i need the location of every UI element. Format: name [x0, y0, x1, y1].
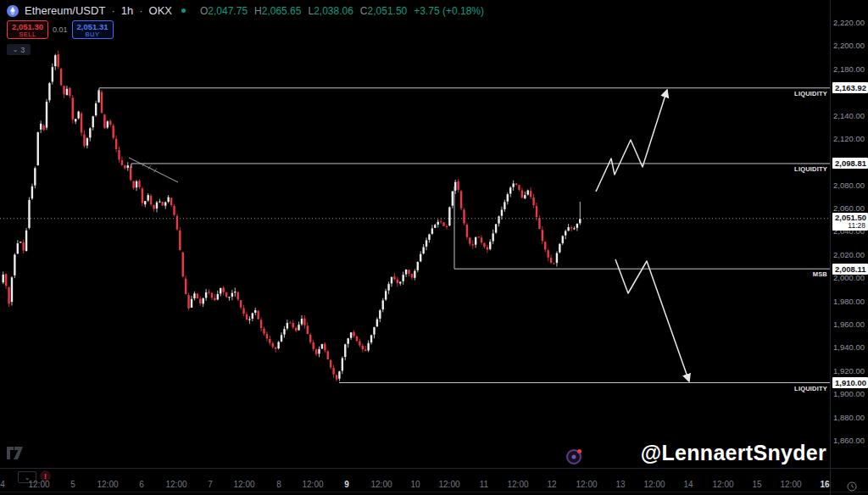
sell-button[interactable]: 2,051.30 SELL [7, 20, 48, 39]
price-tick: 2,060.00 [833, 204, 865, 213]
price-tick: 1,920.00 [833, 367, 865, 375]
time-label: 6 [139, 480, 144, 489]
ohlc-values: O2,047.75 H2,065.65 L2,038.06 C2,051.50 … [200, 5, 484, 17]
exclamation-glyph: ! [44, 472, 47, 481]
separator-dot: · [139, 4, 142, 17]
watermark-handle: @LennaertSnyder [641, 441, 826, 465]
time-label: 10 [410, 480, 420, 489]
price-tick: 1,980.00 [833, 298, 865, 306]
price-tick: 1,940.00 [833, 343, 865, 352]
time-label: 12:00 [233, 480, 254, 489]
price-tick: 1,960.00 [833, 320, 865, 329]
time-label: 13 [615, 480, 625, 489]
bearish-projection-arrow[interactable] [615, 259, 689, 381]
market-status-icon [181, 8, 186, 13]
separator-dot: · [111, 4, 114, 17]
open-value: 2,047.75 [208, 5, 248, 17]
time-label: 4 [0, 480, 5, 489]
price-tick: 1,900.00 [833, 390, 865, 398]
ethereum-icon [7, 5, 19, 17]
tradingview-app: LIQUIDITYLIQUIDITYMSBLIQUIDITY Ethereum/… [0, 0, 868, 495]
event-status-icon[interactable] [565, 446, 585, 466]
time-label: 12:00 [165, 480, 186, 489]
time-label: 12:00 [712, 480, 733, 489]
price-tick: 2,140.00 [833, 112, 865, 120]
indicators-count: 3 [20, 46, 25, 54]
indicators-collapsed-badge[interactable]: ⌄ 3 [7, 44, 31, 55]
low-value: 2,038.06 [314, 5, 353, 17]
symbol-name[interactable]: Ethereum/USDT [25, 4, 105, 17]
price-tick: 2,080.00 [833, 181, 865, 190]
price-plot[interactable] [0, 0, 830, 468]
time-axis[interactable]: ⌄ ! 412:00512:00612:00712:00812:00912:00… [0, 468, 868, 495]
trade-buttons-row: 2,051.30 SELL 0.01 2,051.31 BUY [7, 20, 484, 39]
price-tick: 2,000.00 [833, 274, 865, 282]
timezone-clock-icon[interactable] [847, 480, 857, 495]
price-badge: 2,008.11 [832, 264, 868, 275]
high-key: H [254, 5, 262, 17]
sell-label: SELL [19, 31, 36, 38]
close-value: 2,051.50 [368, 5, 408, 17]
bar-countdown: 11:28 [835, 222, 865, 230]
time-label: 9 [344, 480, 349, 489]
bullish-projection-arrow[interactable] [596, 90, 667, 192]
price-tick: 1,860.00 [833, 437, 865, 445]
tradingview-logo[interactable] [6, 446, 24, 464]
spread-value: 0.01 [53, 25, 68, 34]
price-tick: 2,120.00 [833, 135, 865, 143]
price-tick: 2,180.00 [833, 65, 865, 74]
interval[interactable]: 1h [121, 4, 133, 17]
time-label: 12:00 [370, 480, 392, 489]
high-value: 2,065.65 [262, 5, 302, 17]
exchange-name: OKX [149, 4, 172, 17]
time-label: 8 [276, 480, 281, 489]
price-badge: 2,163.92 [832, 82, 868, 93]
buy-price: 2,051.31 [77, 22, 108, 31]
time-label: 12 [547, 480, 556, 489]
time-labels: 412:00512:00612:00712:00812:00912:001012… [0, 480, 830, 490]
time-label: 12:00 [97, 480, 118, 489]
time-label: 12:00 [507, 480, 528, 489]
time-label: 14 [683, 480, 693, 489]
last-price-badge: 2,051.50 11:28 [832, 213, 868, 231]
price-tick: 1,880.00 [833, 414, 865, 422]
chart-header: Ethereum/USDT · 1h · OKX O2,047.75 H2,06… [7, 4, 484, 55]
time-label: 16 [820, 480, 829, 489]
time-label: 12:00 [438, 480, 459, 489]
bottom-divider [0, 492, 868, 492]
price-tick: 2,200.00 [833, 42, 865, 50]
price-tick: 2,020.00 [833, 251, 865, 259]
chevron-down-icon: ⌄ [13, 47, 19, 53]
time-label: 12:00 [302, 480, 323, 489]
time-label: 7 [208, 480, 213, 489]
price-change: +3.75 (+0.18%) [414, 5, 484, 17]
time-label: 12:00 [28, 480, 49, 489]
time-label: 12:00 [576, 480, 597, 489]
price-badge: 2,098.81 [832, 158, 868, 169]
buy-label: BUY [86, 31, 100, 38]
time-label: 5 [70, 480, 75, 489]
buy-button[interactable]: 2,051.31 BUY [72, 20, 114, 39]
price-axis[interactable]: 2,051.50 11:28 2,163.922,098.812,008.111… [830, 0, 868, 468]
time-label: 15 [752, 480, 761, 489]
time-label: 12:00 [780, 480, 801, 489]
close-key: C [360, 5, 368, 17]
symbol-row: Ethereum/USDT · 1h · OKX O2,047.75 H2,06… [7, 4, 484, 17]
candles[interactable] [3, 51, 581, 381]
sell-price: 2,051.30 [12, 22, 43, 31]
price-tick: 2,220.00 [833, 19, 865, 27]
open-key: O [200, 5, 208, 17]
price-badge: 1,910.00 [832, 377, 868, 388]
descending-trendline[interactable] [129, 158, 178, 182]
time-label: 12:00 [643, 480, 665, 489]
time-label: 11 [480, 480, 488, 489]
chart-canvas[interactable]: LIQUIDITYLIQUIDITYMSBLIQUIDITY Ethereum/… [0, 0, 830, 468]
